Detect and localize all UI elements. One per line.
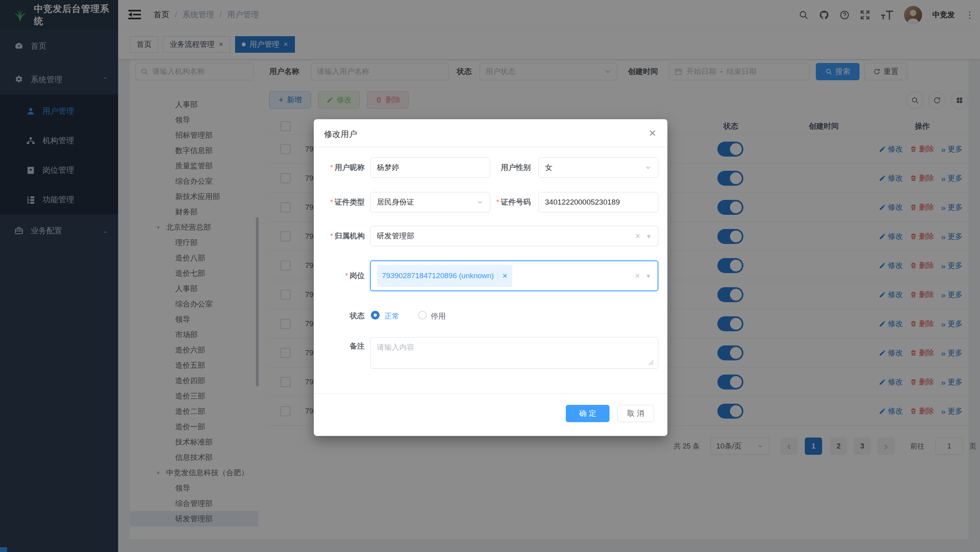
- id-type-value: 居民身份证: [377, 197, 414, 207]
- nickname-input[interactable]: [377, 163, 484, 172]
- organization-value: 研发管理部: [377, 231, 414, 241]
- chevron-down-icon: [476, 199, 484, 206]
- remark-textarea[interactable]: [370, 337, 658, 369]
- nickname-label: *用户昵称: [314, 162, 365, 173]
- status-radio-disabled[interactable]: [418, 311, 427, 319]
- gender-select[interactable]: 女: [538, 157, 658, 178]
- post-multiselect[interactable]: 793902871847120896 (unknown) ✕ ✕ ▼: [370, 260, 658, 291]
- confirm-button[interactable]: 确 定: [566, 405, 609, 422]
- required-marker: *: [345, 271, 348, 280]
- post-tag: 793902871847120896 (unknown) ✕: [377, 265, 512, 287]
- id-type-select[interactable]: 居民身份证: [370, 192, 490, 212]
- caret-down-icon: ▼: [645, 273, 651, 279]
- id-number-label: *证件号码: [488, 197, 531, 207]
- tag-close-icon[interactable]: ✕: [502, 272, 508, 280]
- organization-select[interactable]: 研发管理部 ✕ ▼: [370, 226, 658, 246]
- dialog-close-icon[interactable]: ✕: [648, 128, 656, 139]
- remark-label: 备注: [314, 341, 365, 351]
- organization-label: *归属机构: [314, 231, 365, 241]
- gender-label: 用户性别: [497, 162, 531, 173]
- required-marker: *: [330, 163, 333, 172]
- status-label: 状态: [314, 311, 365, 321]
- post-label: *岗位: [314, 271, 365, 281]
- app-window: 中竞发后台管理系统 首页 系统管理 ⌃ 用户管理: [0, 0, 980, 552]
- required-marker: *: [496, 198, 499, 206]
- dialog-title: 修改用户: [324, 129, 357, 140]
- dialog-divider: [314, 147, 667, 147]
- status-option-normal[interactable]: 正常: [384, 311, 399, 321]
- cancel-button[interactable]: 取 消: [617, 405, 654, 422]
- resize-handle-icon[interactable]: [648, 360, 654, 366]
- status-radio-normal[interactable]: [371, 311, 380, 319]
- post-tag-label: 793902871847120896 (unknown): [382, 271, 494, 280]
- tag-divider: [498, 270, 498, 282]
- edit-user-dialog: 修改用户 ✕ *用户昵称 用户性别 女 *证件类型 居民身份证: [314, 119, 667, 436]
- nickname-field: [370, 157, 490, 178]
- chevron-down-icon: [645, 164, 652, 171]
- required-marker: *: [330, 232, 333, 240]
- id-type-label: *证件类型: [314, 197, 365, 207]
- id-number-input[interactable]: [545, 198, 652, 207]
- dialog-footer-divider: [314, 393, 667, 394]
- caret-down-icon: ▼: [646, 233, 652, 240]
- required-marker: *: [330, 198, 333, 206]
- gender-value: 女: [545, 162, 552, 173]
- id-number-field: [538, 192, 658, 212]
- clear-icon[interactable]: ✕: [635, 272, 640, 280]
- clear-icon[interactable]: ✕: [635, 232, 641, 240]
- status-option-disabled[interactable]: 停用: [431, 311, 446, 321]
